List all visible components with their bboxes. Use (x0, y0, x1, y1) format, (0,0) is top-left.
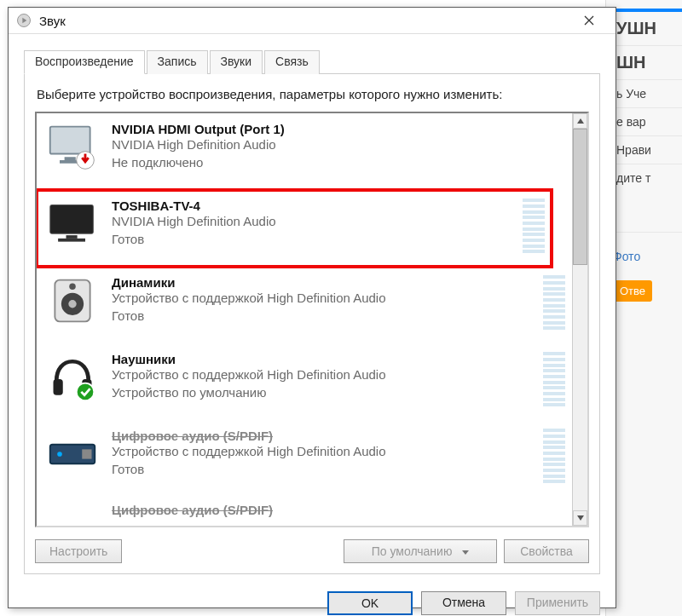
tab-row: Воспроизведение Запись Звуки Связь (9, 34, 616, 73)
bg-item-6: дите т (613, 164, 682, 233)
device-list: NVIDIA HDMI Output (Port 1) NVIDIA High … (37, 113, 572, 526)
device-status: Не подключено (112, 154, 565, 171)
level-meter (543, 352, 565, 406)
svg-rect-1 (50, 127, 90, 154)
set-default-button[interactable]: По умолчанию (344, 539, 497, 563)
configure-button[interactable]: Настроить (35, 539, 122, 563)
scrollbar[interactable] (572, 113, 587, 526)
chevron-down-icon (462, 550, 469, 555)
bg-title-1: УШН (613, 12, 682, 46)
device-name: Цифровое аудио (S/PDIF) (112, 429, 536, 443)
svg-point-10 (68, 300, 76, 308)
svg-rect-6 (66, 235, 78, 239)
tab-content: Выберите устройство воспроизведения, пар… (24, 73, 600, 574)
device-item[interactable]: Динамики Устройство с поддержкой High De… (37, 267, 572, 343)
monitor-disconnected-icon (47, 122, 98, 173)
svg-rect-7 (58, 239, 85, 242)
spdif-icon (47, 429, 98, 480)
level-meter (523, 199, 545, 253)
device-item-partial[interactable]: Цифровое аудио (S/PDIF) (37, 497, 572, 526)
close-button[interactable] (569, 8, 609, 33)
level-meter (543, 429, 565, 483)
svg-point-16 (57, 452, 62, 457)
svg-rect-5 (50, 205, 94, 234)
device-name: Цифровое аудио (S/PDIF) (112, 503, 565, 517)
device-status: Устройство по умолчанию (112, 384, 536, 401)
help-text: Выберите устройство воспроизведения, пар… (37, 86, 587, 103)
bg-item-5: Нрави (613, 136, 682, 164)
scroll-thumb[interactable] (573, 129, 587, 265)
device-status: Готов (112, 308, 536, 325)
device-listbox[interactable]: NVIDIA HDMI Output (Port 1) NVIDIA High … (35, 112, 589, 527)
device-desc: NVIDIA High Definition Audio (112, 136, 565, 153)
device-desc: Устройство с поддержкой High Definition … (112, 290, 536, 307)
svg-rect-17 (82, 450, 91, 459)
device-desc: NVIDIA High Definition Audio (112, 213, 516, 230)
ok-button[interactable]: OK (327, 591, 413, 615)
tab-sounds[interactable]: Звуки (210, 50, 263, 74)
tv-icon (47, 199, 98, 250)
bg-item-3: ь Уче (613, 80, 682, 108)
bg-photo-link[interactable]: Фото (613, 250, 682, 263)
scroll-track[interactable] (573, 129, 587, 510)
cancel-button[interactable]: Отмена (421, 591, 506, 615)
device-item[interactable]: NVIDIA HDMI Output (Port 1) NVIDIA High … (37, 113, 572, 190)
device-name: Наушники (112, 352, 536, 366)
scroll-down-button[interactable] (573, 510, 587, 526)
svg-point-11 (69, 284, 76, 291)
footer-button-row: OK Отмена Применить (9, 583, 616, 616)
device-desc: Устройство с поддержкой High Definition … (112, 366, 536, 383)
dialog-title: Звук (39, 14, 569, 28)
bg-title-2: ШН (613, 46, 682, 80)
properties-button[interactable]: Свойства (504, 539, 589, 563)
sound-dialog-icon (15, 12, 32, 29)
sound-dialog: Звук Воспроизведение Запись Звуки Связь … (8, 7, 616, 608)
level-meter (543, 275, 565, 330)
bg-item-4: е вар (613, 108, 682, 136)
tab-communications[interactable]: Связь (264, 50, 320, 74)
set-default-label: По умолчанию (372, 544, 453, 558)
svg-rect-12 (54, 379, 63, 395)
background-page: УШН ШН ь Уче е вар Нрави дите т Фото Отв… (605, 0, 682, 616)
device-name: TOSHIBA-TV-4 (112, 199, 516, 213)
titlebar: Звук (9, 8, 616, 34)
device-item[interactable]: Цифровое аудио (S/PDIF) Устройство с под… (37, 420, 572, 497)
speaker-icon (47, 275, 98, 326)
svg-point-14 (77, 383, 95, 401)
scroll-up-button[interactable] (573, 113, 587, 129)
bg-answer-button[interactable]: Отве (613, 280, 652, 302)
device-item[interactable]: Наушники Устройство с поддержкой High De… (37, 343, 572, 420)
tab-recording[interactable]: Запись (147, 50, 208, 74)
device-name: Динамики (112, 275, 536, 290)
device-status: Готов (112, 231, 516, 248)
device-name: NVIDIA HDMI Output (Port 1) (112, 122, 565, 136)
headphones-default-icon (47, 352, 98, 403)
middle-button-row: Настроить По умолчанию Свойства (35, 539, 589, 563)
tab-playback[interactable]: Воспроизведение (24, 50, 145, 74)
apply-button[interactable]: Применить (515, 591, 600, 615)
device-item-highlighted[interactable]: TOSHIBA-TV-4 NVIDIA High Definition Audi… (37, 190, 552, 267)
spdif-icon (47, 497, 98, 517)
device-desc: Устройство с поддержкой High Definition … (112, 443, 536, 460)
svg-rect-2 (65, 158, 76, 161)
device-status: Готов (112, 461, 536, 478)
